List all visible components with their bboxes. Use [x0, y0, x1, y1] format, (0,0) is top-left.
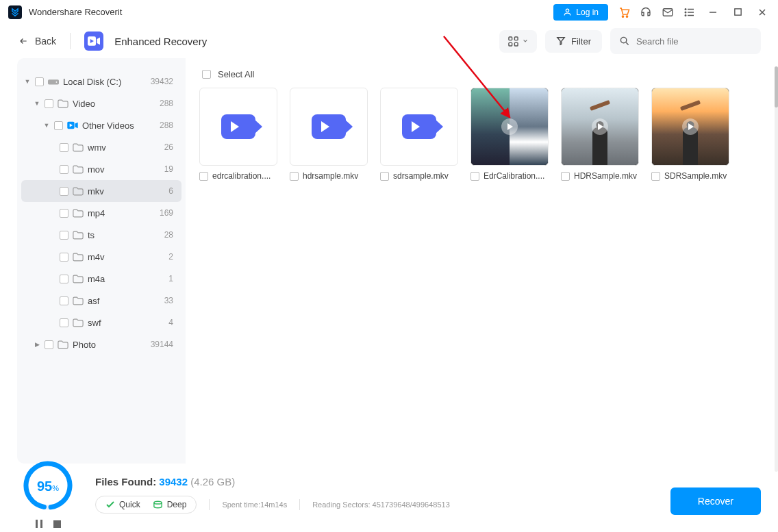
collapse-icon[interactable]: ▼	[24, 78, 31, 85]
search-input[interactable]	[636, 36, 751, 47]
filter-button[interactable]: Filter	[545, 30, 602, 53]
tree-item-asf[interactable]: asf33	[21, 290, 181, 312]
maximize-button[interactable]	[730, 5, 745, 20]
folder-icon	[73, 164, 84, 175]
file-thumbnail[interactable]	[380, 88, 458, 166]
tree-other-videos[interactable]: ▼ Other Videos 288	[21, 114, 181, 136]
titlebar: Wondershare Recoverit Log in	[0, 0, 778, 24]
svg-point-4	[685, 8, 686, 10]
file-checkbox[interactable]	[199, 172, 208, 181]
select-all-checkbox[interactable]	[202, 70, 211, 79]
file-name: hdrsample.mkv	[303, 171, 368, 181]
tree-video[interactable]: ▼ Video 288	[21, 92, 181, 114]
login-button[interactable]: Log in	[553, 4, 608, 21]
checkbox[interactable]	[45, 340, 53, 349]
svg-rect-9	[509, 36, 512, 40]
scrollbar[interactable]	[775, 66, 778, 472]
files-found-line: Files Found: 39432 (4.26 GB)	[95, 476, 670, 487]
quick-mode[interactable]: Quick	[105, 500, 140, 509]
svg-rect-23	[53, 520, 61, 528]
login-label: Log in	[576, 8, 599, 17]
tree-item-mp4[interactable]: mp4169	[21, 202, 181, 224]
svg-point-24	[154, 501, 162, 504]
checkbox[interactable]	[54, 121, 63, 130]
file-checkbox[interactable]	[561, 172, 570, 181]
stop-button[interactable]	[52, 519, 62, 529]
checkbox[interactable]	[60, 253, 68, 262]
reading-sectors: Reading Sectors: 451739648/499648513	[312, 501, 450, 509]
file-thumbnail[interactable]	[470, 88, 549, 166]
file-thumbnail[interactable]	[561, 88, 639, 166]
app-logo	[8, 5, 22, 19]
file-card[interactable]: EdrCalibration....	[470, 88, 549, 181]
cart-icon[interactable]	[618, 6, 630, 18]
tree-item-m4v[interactable]: m4v2	[21, 246, 181, 268]
search-box[interactable]	[610, 28, 761, 54]
back-button[interactable]: Back	[17, 36, 56, 47]
expand-icon[interactable]: ▶	[34, 341, 40, 348]
spent-time: Spent time:14m14s	[222, 501, 287, 509]
divider	[70, 33, 71, 49]
svg-point-2	[626, 15, 627, 16]
pause-button[interactable]	[34, 519, 44, 529]
folder-icon	[73, 317, 84, 328]
svg-rect-21	[36, 520, 38, 528]
file-card[interactable]: edrcalibration....	[199, 88, 277, 181]
sidebar: ▼ Local Disk (C:) 39432 ▼ Video 288 ▼ Ot…	[17, 58, 186, 464]
list-icon[interactable]	[683, 6, 696, 18]
recover-button[interactable]: Recover	[670, 487, 761, 515]
deep-mode[interactable]: Deep	[153, 500, 187, 509]
svg-rect-22	[40, 520, 42, 528]
tree-item-wmv[interactable]: wmv26	[21, 136, 181, 158]
file-checkbox[interactable]	[290, 172, 299, 181]
support-icon[interactable]	[640, 6, 652, 18]
checkbox[interactable]	[45, 99, 53, 108]
file-checkbox[interactable]	[470, 172, 479, 181]
checkbox[interactable]	[60, 296, 68, 305]
tree-item-mov[interactable]: mov19	[21, 158, 181, 180]
collapse-icon[interactable]: ▼	[34, 100, 40, 107]
mode-title: Enhanced Recovery	[114, 36, 207, 47]
checkbox[interactable]	[60, 231, 68, 240]
collapse-icon[interactable]: ▼	[43, 122, 50, 129]
checkbox[interactable]	[60, 209, 68, 218]
scan-mode-toggle[interactable]: Quick Deep	[95, 496, 197, 514]
file-card[interactable]: sdrsample.mkv	[380, 88, 458, 181]
toolbar: Back Enhanced Recovery Filter	[0, 24, 778, 58]
progress-ring: 95%	[23, 460, 73, 511]
file-card[interactable]: SDRSample.mkv	[651, 88, 729, 181]
checkbox[interactable]	[60, 275, 68, 283]
file-name: SDRSample.mkv	[664, 171, 729, 181]
tree-local-disk[interactable]: ▼ Local Disk (C:) 39432	[21, 71, 181, 92]
file-checkbox[interactable]	[380, 172, 389, 181]
filter-icon	[556, 36, 566, 46]
svg-rect-11	[509, 42, 512, 46]
svg-point-0	[566, 9, 569, 12]
view-toggle-button[interactable]	[499, 30, 537, 53]
checkbox[interactable]	[60, 165, 68, 174]
file-thumbnail[interactable]	[290, 88, 368, 166]
file-card[interactable]: hdrsample.mkv	[290, 88, 368, 181]
tree-item-m4a[interactable]: m4a1	[21, 268, 181, 290]
close-button[interactable]	[755, 5, 770, 20]
file-card[interactable]: HDRSample.mkv	[561, 88, 639, 181]
back-label: Back	[35, 36, 56, 47]
tree-photo[interactable]: ▶ Photo 39144	[21, 333, 181, 355]
checkbox[interactable]	[60, 318, 68, 327]
file-checkbox[interactable]	[651, 172, 660, 181]
checkbox[interactable]	[60, 187, 68, 196]
minimize-button[interactable]	[705, 5, 720, 20]
file-thumbnail[interactable]	[651, 88, 729, 166]
tree-item-mkv[interactable]: mkv6	[21, 180, 181, 202]
folder-icon	[73, 207, 84, 218]
file-thumbnail[interactable]	[199, 88, 277, 166]
tree-item-swf[interactable]: swf4	[21, 312, 181, 333]
mail-icon[interactable]	[662, 6, 674, 18]
tree-item-ts[interactable]: ts28	[21, 224, 181, 246]
svg-point-15	[56, 81, 58, 83]
svg-point-13	[620, 37, 626, 42]
checkbox[interactable]	[60, 143, 68, 152]
footer: 95% Files Found: 39432 (4.26 GB) Quick D…	[0, 464, 778, 532]
checkbox[interactable]	[35, 77, 44, 86]
file-name: edrcalibration....	[212, 171, 277, 181]
